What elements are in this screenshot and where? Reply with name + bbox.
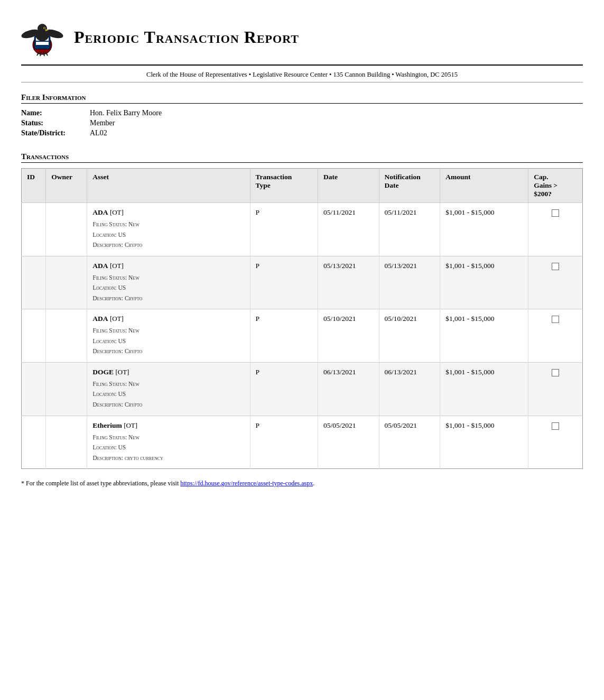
asset-type: [OT] [110,262,124,270]
filer-state-value: AL02 [90,129,107,137]
transactions-section: Transactions ID Owner Asset TransactionT… [21,152,583,469]
filer-section-title: Filer Information [21,93,583,104]
svg-rect-6 [36,42,49,43]
footer-note-suffix: . [313,480,314,487]
asset-meta: Filing Status: New Location: US Descript… [92,273,244,304]
filing-status: Filing Status: New [92,381,140,387]
cell-date: 06/13/2021 [318,362,379,416]
asset-meta: Filing Status: New Location: US Descript… [92,219,244,251]
header-divider [21,65,583,66]
cell-date: 05/05/2021 [318,416,379,469]
description: Description: Crypto [92,242,142,248]
col-header-id: ID [22,169,46,203]
filer-state-row: State/District: AL02 [21,129,583,137]
description: Description: cryto currency [92,455,163,461]
asset-type: [OT] [124,421,137,429]
description: Description: Crypto [92,348,142,354]
cell-transaction-type: P [250,203,318,256]
eagle-icon [21,16,63,58]
filing-status: Filing Status: New [92,274,140,281]
filer-name-row: Name: Hon. Felix Barry Moore [21,109,583,117]
cell-owner [46,416,87,469]
col-header-amount: Amount [440,169,528,203]
cell-amount: $1,001 - $15,000 [440,416,528,469]
footer-note: * For the complete list of asset type ab… [21,480,583,487]
cell-amount: $1,001 - $15,000 [440,309,528,363]
table-row: ADA [OT] Filing Status: New Location: US… [22,256,583,309]
cell-transaction-type: P [250,416,318,469]
table-row: ADA [OT] Filing Status: New Location: US… [22,309,583,363]
asset-type: [OT] [110,208,124,216]
cap-gains-checkbox[interactable] [552,263,559,270]
cell-asset: DOGE [OT] Filing Status: New Location: U… [87,362,250,416]
cell-id [22,256,46,309]
col-header-transaction-type: TransactionType [250,169,318,203]
location: Location: US [92,444,126,450]
table-header-row: ID Owner Asset TransactionType Date Noti… [22,169,583,203]
col-header-asset: Asset [87,169,250,203]
cell-date: 05/10/2021 [318,309,379,363]
cell-asset: Etherium [OT] Filing Status: New Locatio… [87,416,250,469]
filer-status-row: Status: Member [21,119,583,127]
report-title: Periodic Transaction Report [74,27,299,47]
svg-point-11 [38,24,47,33]
location: Location: US [92,391,126,397]
asset-type: [OT] [110,315,124,323]
asset-name: ADA [92,262,108,270]
cap-gains-checkbox[interactable] [552,316,559,323]
filer-status-value: Member [90,119,115,127]
filer-section: Filer Information Name: Hon. Felix Barry… [21,93,583,137]
location: Location: US [92,232,126,238]
transactions-section-title: Transactions [21,152,583,163]
cell-asset: ADA [OT] Filing Status: New Location: US… [87,256,250,309]
filer-status-label: Status: [21,119,90,127]
filer-state-label: State/District: [21,129,90,137]
filing-status: Filing Status: New [92,327,140,334]
cell-notification-date: 06/13/2021 [379,362,440,416]
cell-notification-date: 05/10/2021 [379,309,440,363]
asset-name: DOGE [92,368,114,376]
asset-meta: Filing Status: New Location: US Descript… [92,432,244,464]
cap-gains-checkbox[interactable] [552,369,559,376]
col-header-notification-date: NotificationDate [379,169,440,203]
cell-amount: $1,001 - $15,000 [440,362,528,416]
svg-point-14 [44,27,45,29]
transactions-table: ID Owner Asset TransactionType Date Noti… [21,168,583,469]
cell-transaction-type: P [250,256,318,309]
footer-note-text: * For the complete list of asset type ab… [21,480,180,487]
asset-name: Etherium [92,421,122,429]
cell-owner [46,203,87,256]
location: Location: US [92,338,126,344]
location: Location: US [92,284,126,291]
cell-owner [46,362,87,416]
filing-status: Filing Status: New [92,221,140,227]
cap-gains-checkbox[interactable] [552,209,559,217]
cap-gains-checkbox[interactable] [552,422,559,430]
cell-amount: $1,001 - $15,000 [440,203,528,256]
footer-link[interactable]: https://fd.house.gov/reference/asset-typ… [180,480,313,487]
cell-asset: ADA [OT] Filing Status: New Location: US… [87,203,250,256]
asset-name: ADA [92,208,108,216]
cell-cap-gains [528,203,583,256]
cell-id [22,362,46,416]
cell-transaction-type: P [250,309,318,363]
page-header: Periodic Transaction Report [21,16,583,58]
asset-name: ADA [92,315,108,323]
col-header-date: Date [318,169,379,203]
asset-meta: Filing Status: New Location: US Descript… [92,379,244,410]
filer-name-label: Name: [21,109,90,117]
description: Description: Crypto [92,295,142,301]
cell-cap-gains [528,362,583,416]
cell-cap-gains [528,309,583,363]
table-row: Etherium [OT] Filing Status: New Locatio… [22,416,583,469]
svg-rect-7 [36,44,49,45]
col-header-owner: Owner [46,169,87,203]
cell-owner [46,256,87,309]
table-row: DOGE [OT] Filing Status: New Location: U… [22,362,583,416]
cell-date: 05/13/2021 [318,256,379,309]
filer-name-value: Hon. Felix Barry Moore [90,109,162,117]
cell-cap-gains [528,416,583,469]
cell-amount: $1,001 - $15,000 [440,256,528,309]
cell-cap-gains [528,256,583,309]
asset-meta: Filing Status: New Location: US Descript… [92,326,244,357]
